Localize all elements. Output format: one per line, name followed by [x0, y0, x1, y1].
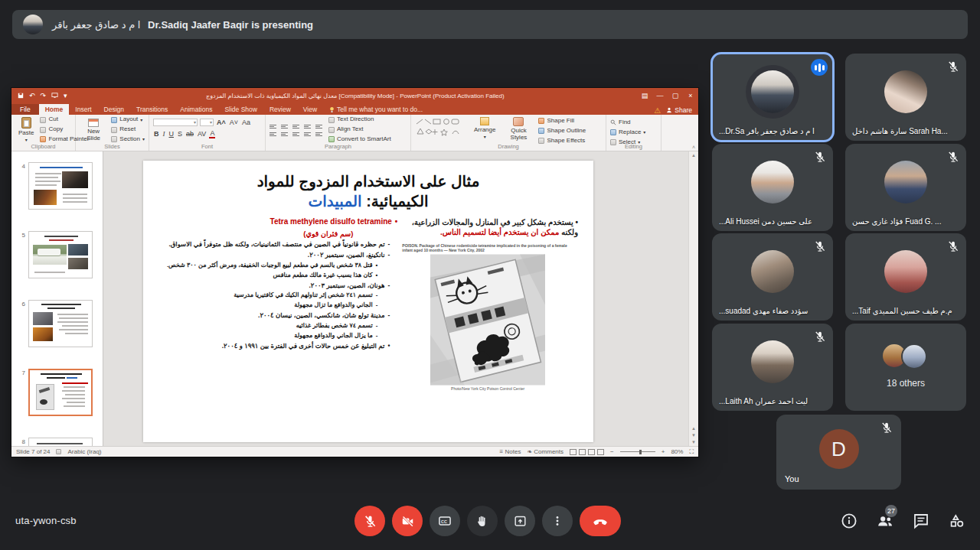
participant-tile-sarah[interactable]: سارة هاشم داخل Sarah Ha... [845, 54, 966, 141]
columns-icon[interactable] [315, 132, 322, 136]
zoom-out-icon[interactable]: − [610, 448, 614, 455]
tell-me-box[interactable]: Tell me what you want to do... [323, 104, 429, 115]
slide-left-column[interactable]: • يستخدم بشكل كبير في المنازل والمجالات … [397, 217, 578, 391]
replace-button[interactable]: Replace▾ [610, 129, 657, 137]
qat-customize-icon[interactable]: ▾ [64, 92, 67, 99]
slideshow-icon[interactable] [51, 93, 58, 99]
current-slide[interactable]: مثال على الاستخدام المزدوج للمواد الكيمي… [143, 161, 593, 442]
spell-check-icon[interactable] [56, 449, 61, 454]
restore-button[interactable]: ▢ [668, 92, 683, 99]
tab-view[interactable]: View [297, 104, 323, 115]
find-button[interactable]: Find [610, 119, 657, 127]
align-text-button[interactable]: Align Text [328, 125, 391, 134]
arrange-button[interactable]: Arrange▾ [471, 117, 498, 139]
chat-panel-button[interactable] [912, 512, 930, 530]
save-icon[interactable] [18, 93, 24, 99]
more-options-button[interactable] [542, 506, 573, 536]
line-spacing-icon[interactable] [315, 125, 322, 129]
bullets-icon[interactable] [270, 125, 276, 129]
scroll-down-icon[interactable]: ▼ [691, 440, 696, 444]
quick-styles-button[interactable]: Quick Styles [504, 117, 533, 141]
underline-button[interactable]: U [168, 130, 175, 138]
participant-tile-laith[interactable]: ...Laith Ah ليث احمد عمران [712, 324, 833, 411]
end-call-button[interactable] [580, 506, 621, 536]
increase-indent-icon[interactable] [304, 125, 311, 129]
camera-toggle-button[interactable] [392, 506, 423, 536]
decrease-indent-icon[interactable] [292, 125, 299, 129]
activation-warning-icon[interactable]: ⚠ [654, 107, 661, 115]
shape-fill-button[interactable]: Shape Fill [538, 117, 586, 125]
tab-animations[interactable]: Animations [174, 104, 218, 115]
language-indicator[interactable]: Arabic (Iraq) [67, 448, 101, 455]
reset-button[interactable]: Reset [111, 125, 145, 134]
slide-bullet-list[interactable]: •Tetra methylene disulfo tetramine (سم ف… [158, 217, 397, 391]
shape-outline-button[interactable]: Shape Outline [538, 127, 586, 135]
italic-button[interactable]: I [162, 130, 166, 138]
shapes-gallery[interactable] [415, 117, 466, 137]
share-button[interactable]: Share [666, 106, 692, 115]
thumbnail-slide-4[interactable]: 4 [16, 162, 93, 210]
numbering-icon[interactable] [281, 125, 288, 129]
thumbnail-slide-6[interactable]: 6 [16, 300, 93, 347]
clear-formatting-icon[interactable]: Aa [241, 119, 251, 126]
undo-icon[interactable]: ↶ [29, 92, 35, 99]
layout-button[interactable]: Layout▾ [111, 116, 145, 124]
justify-icon[interactable] [304, 132, 311, 136]
collapse-ribbon-icon[interactable]: ˄ [692, 145, 695, 150]
captions-button[interactable]: CC [430, 506, 460, 536]
participant-tile-suadad[interactable]: ...suadad سؤدد صفاء مهدي [712, 233, 833, 321]
fit-slide-icon[interactable]: ⛶ [689, 448, 694, 456]
self-tile[interactable]: D You [776, 415, 901, 490]
zoom-in-icon[interactable]: + [662, 448, 665, 455]
slide-title[interactable]: مثال على الاستخدام المزدوج للمواد الكيمي… [158, 171, 578, 211]
raise-hand-button[interactable] [467, 506, 498, 536]
others-tile[interactable]: 18 others [845, 324, 966, 411]
present-screen-button[interactable] [505, 506, 535, 536]
align-center-icon[interactable] [281, 132, 288, 136]
ribbon-display-options-icon[interactable]: ▤ [637, 92, 652, 99]
close-button[interactable]: × [683, 92, 698, 99]
new-slide-button[interactable]: New Slide [80, 117, 107, 142]
font-size-box[interactable] [200, 119, 214, 126]
participant-tile-dr-sadiq[interactable]: ...Dr.Sa ا م د صادق جعفر باقر [712, 54, 833, 141]
zoom-level[interactable]: 80% [671, 448, 683, 455]
thumbnail-slide-5[interactable]: 5 [16, 231, 93, 278]
next-slide-icon[interactable]: ▼ [691, 433, 696, 438]
character-spacing-button[interactable]: AV [197, 130, 207, 138]
paste-button[interactable]: Paste▾ [15, 117, 37, 142]
thumbnail-slide-7-current[interactable]: 7 [16, 369, 93, 416]
thumbnail-slide-8[interactable]: 8 [16, 438, 93, 446]
font-name-box[interactable] [153, 119, 198, 126]
meeting-details-button[interactable] [840, 512, 858, 530]
tab-review[interactable]: Review [263, 104, 297, 115]
redo-icon[interactable]: ↷ [41, 92, 47, 99]
tab-slide-show[interactable]: Slide Show [218, 104, 263, 115]
participant-tile-taif[interactable]: ...Taif م.م طيف حسين المميدي [845, 233, 966, 321]
tab-home[interactable]: Home [39, 104, 70, 115]
activities-panel-button[interactable] [948, 512, 966, 530]
text-shadow-button[interactable]: S [177, 130, 183, 138]
notes-button[interactable]: ≡ Notes [500, 448, 521, 455]
comments-button[interactable]: ❧ Comments [527, 448, 564, 455]
bold-button[interactable]: B [153, 130, 160, 138]
participant-tile-ali[interactable]: ...Ali Hussei على حسين دمن [712, 144, 833, 231]
previous-slide-icon[interactable]: ▲ [691, 426, 696, 431]
people-panel-button[interactable]: 27 [876, 512, 894, 530]
tab-insert[interactable]: Insert [69, 104, 97, 115]
participant-tile-fuad[interactable]: فؤاد غازي حسن Fuad G. ... [845, 144, 966, 231]
text-direction-button[interactable]: Text Direction [328, 116, 391, 124]
tab-file[interactable]: File [11, 104, 39, 115]
scroll-up-icon[interactable]: ▲ [691, 153, 696, 158]
strikethrough-button[interactable]: ab [185, 130, 194, 138]
minimize-button[interactable]: — [652, 92, 668, 99]
tab-design[interactable]: Design [98, 104, 130, 115]
slide-editing-area[interactable]: مثال على الاستخدام المزدوج للمواد الكيمي… [103, 151, 698, 446]
slide-scrollbar[interactable]: ▲ ▲ ▼ ▼ [688, 151, 698, 446]
zoom-slider[interactable] [620, 451, 655, 452]
view-buttons[interactable] [570, 449, 604, 455]
decrease-font-icon[interactable]: A˅ [229, 119, 239, 126]
quick-access-toolbar[interactable]: ↶ ↷ ▾ [11, 92, 74, 99]
font-color-button[interactable]: A [209, 129, 215, 138]
align-right-icon[interactable] [292, 132, 299, 136]
increase-font-icon[interactable]: A˄ [216, 119, 227, 126]
